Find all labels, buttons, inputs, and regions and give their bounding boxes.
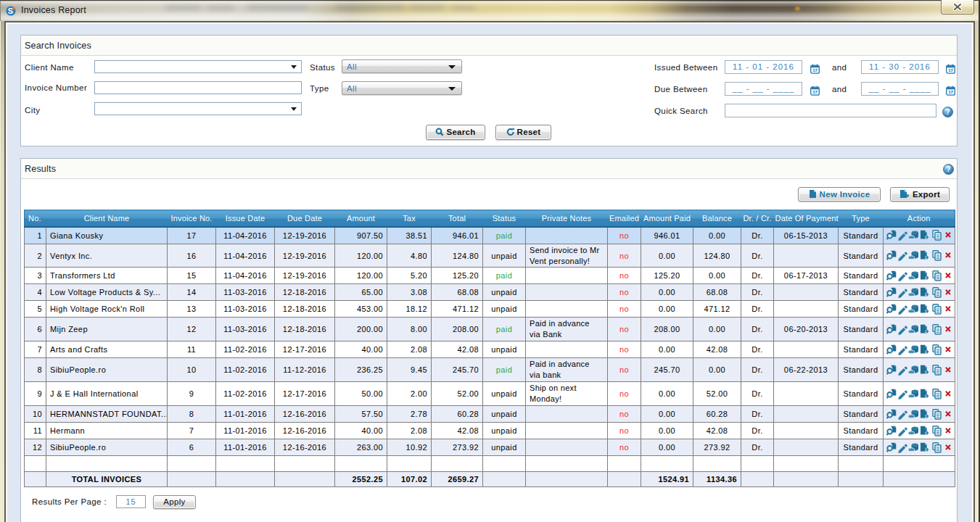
- svg-text:?: ?: [946, 165, 950, 173]
- svg-text:S: S: [8, 7, 13, 15]
- svg-text:17: 17: [812, 89, 818, 94]
- svg-text:17: 17: [948, 89, 953, 94]
- svg-text:17: 17: [948, 67, 953, 72]
- svg-text:?: ?: [945, 108, 950, 116]
- svg-text:17: 17: [812, 67, 818, 72]
